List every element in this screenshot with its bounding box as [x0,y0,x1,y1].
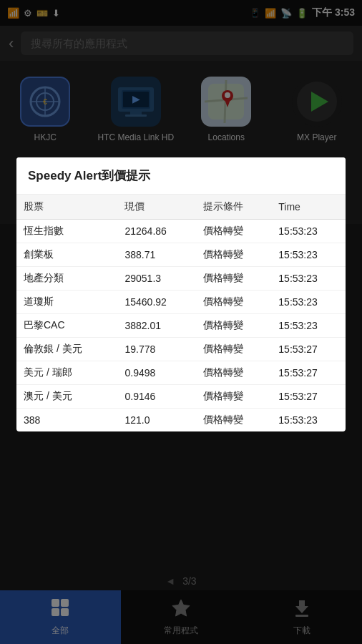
cell-condition: 價格轉變 [196,267,272,291]
cell-stock: 美元 / 瑞郎 [16,361,117,385]
cell-stock: 倫敦銀 / 美元 [16,338,117,361]
table-row: 巴黎CAC 3882.01 價格轉變 15:53:23 [16,314,346,338]
cell-condition: 價格轉變 [196,220,272,243]
modal-overlay: Speedy Alert到價提示 股票 現價 提示條件 Time 恆生指數 21… [0,0,362,644]
table-row: 388 121.0 價格轉變 15:53:23 [16,409,346,432]
cell-condition: 價格轉變 [196,385,272,409]
cell-time: 15:53:23 [271,243,346,267]
col-header-stock: 股票 [16,195,117,220]
cell-price: 0.9498 [117,361,195,385]
cell-time: 15:53:23 [271,267,346,291]
cell-time: 15:53:27 [271,361,346,385]
cell-price: 21264.86 [117,220,195,243]
cell-condition: 價格轉變 [196,314,272,338]
cell-price: 0.9146 [117,385,195,409]
cell-stock: 388 [16,409,117,432]
cell-time: 15:53:27 [271,338,346,361]
cell-condition: 價格轉變 [196,338,272,361]
cell-time: 15:53:23 [271,220,346,243]
col-header-time: Time [271,195,346,220]
table-row: 美元 / 瑞郎 0.9498 價格轉變 15:53:27 [16,361,346,385]
cell-price: 388.71 [117,243,195,267]
cell-stock: 澳元 / 美元 [16,385,117,409]
stock-table: 股票 現價 提示條件 Time 恆生指數 21264.86 價格轉變 15:53… [16,195,346,431]
cell-time: 15:53:27 [271,385,346,409]
cell-price: 121.0 [117,409,195,432]
modal-title: Speedy Alert到價提示 [16,157,346,195]
col-header-condition: 提示條件 [196,195,272,220]
table-header-row: 股票 現價 提示條件 Time [16,195,346,220]
cell-condition: 價格轉變 [196,409,272,432]
table-row: 地產分類 29051.3 價格轉變 15:53:23 [16,267,346,291]
cell-stock: 創業板 [16,243,117,267]
speedy-alert-modal: Speedy Alert到價提示 股票 現價 提示條件 Time 恆生指數 21… [16,157,346,431]
cell-condition: 價格轉變 [196,243,272,267]
cell-stock: 道瓊斯 [16,291,117,314]
table-row: 恆生指數 21264.86 價格轉變 15:53:23 [16,220,346,243]
table-row: 道瓊斯 15460.92 價格轉變 15:53:23 [16,291,346,314]
table-row: 倫敦銀 / 美元 19.778 價格轉變 15:53:27 [16,338,346,361]
cell-condition: 價格轉變 [196,361,272,385]
col-header-price: 現價 [117,195,195,220]
cell-stock: 恆生指數 [16,220,117,243]
cell-price: 3882.01 [117,314,195,338]
cell-condition: 價格轉變 [196,291,272,314]
cell-stock: 巴黎CAC [16,314,117,338]
cell-price: 19.778 [117,338,195,361]
cell-time: 15:53:23 [271,314,346,338]
cell-price: 15460.92 [117,291,195,314]
cell-stock: 地產分類 [16,267,117,291]
cell-time: 15:53:23 [271,409,346,432]
table-row: 澳元 / 美元 0.9146 價格轉變 15:53:27 [16,385,346,409]
cell-price: 29051.3 [117,267,195,291]
table-row: 創業板 388.71 價格轉變 15:53:23 [16,243,346,267]
cell-time: 15:53:23 [271,291,346,314]
